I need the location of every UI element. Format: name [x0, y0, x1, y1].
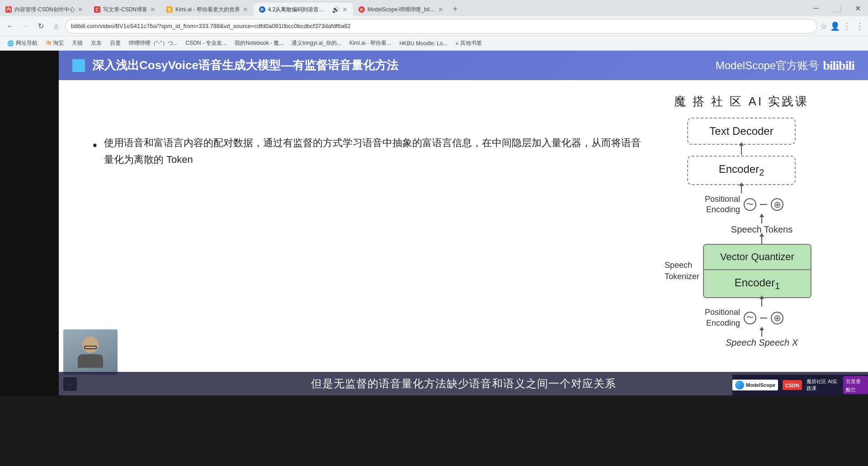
bookmark-网址导航-label: 网址导航 [16, 39, 38, 47]
nav-bar: ← → ↻ ⌂ bilibili.com/video/BV1oS411c76o/… [0, 16, 868, 36]
bookmark-网址导航-icon: 🌐 [7, 40, 14, 47]
glasses-icon [84, 346, 97, 349]
home-button[interactable]: ⌂ [50, 20, 62, 33]
bookmark-jd[interactable]: 京东 [87, 38, 105, 48]
tab-5-label: ModelScope-哔哩哔哩_bilibili [368, 6, 435, 14]
community-label: 魔搭社区 AI实践课 [807, 379, 837, 391]
extensions-icon[interactable]: ⋮ [843, 21, 851, 31]
bookmark-taobao-label: 淘宝 [53, 39, 64, 47]
video-container: 深入浅出CosyVoice语音生成大模型—有监督语音量化方法 ModelScop… [0, 51, 868, 395]
bookmark-baidu[interactable]: 百度 [106, 38, 124, 48]
bookmark-kimi[interactable]: Kimi.ai - 帮你看... [346, 38, 395, 48]
header-title: 深入浅出CosyVoice语音生成大模型—有监督语音量化方法 [92, 57, 708, 73]
tab-1-close[interactable]: ✕ [78, 6, 83, 13]
avatar-head [82, 337, 99, 353]
tab-1[interactable]: 内 内容管理-CSDN创作中心 ✕ [0, 3, 89, 16]
plus-circle-icon: ⊕ [771, 198, 783, 211]
modelscope-logo-text: ModelScope [746, 382, 775, 388]
menu-icon[interactable]: ⋮ [855, 21, 864, 32]
tab-4[interactable]: B 4.2从离散编码到语音生成: 🔊 ✕ [254, 3, 353, 16]
bookmark-baidu-label: 百度 [110, 39, 121, 47]
back-button[interactable]: ← [4, 20, 16, 33]
tab-4-favicon: B [259, 6, 265, 13]
close-button[interactable]: ✕ [847, 0, 868, 16]
bookmark-notebook[interactable]: 我的Notebook - 魔... [231, 38, 287, 48]
bookmark-bilibili[interactable]: 哔哩哔哩（°-°）つ... [125, 38, 181, 48]
bookmark-star-icon[interactable]: ☆ [820, 21, 827, 31]
speech-tokenizer-label: SpeechTokenizer [662, 244, 703, 299]
reload-button[interactable]: ↻ [34, 20, 47, 33]
arrow-pe-up [761, 217, 762, 223]
subtitle-text: 但是无监督的语音量化方法缺少语音和语义之间一个对应关系 [311, 377, 616, 390]
new-tab-button[interactable]: + [449, 3, 462, 15]
bookmark-网址导航[interactable]: 🌐 网址导航 [4, 38, 41, 48]
video-header: 深入浅出CosyVoice语音生成大模型—有监督语音量化方法 ModelScop… [59, 51, 868, 80]
tab-3-close[interactable]: ✕ [243, 6, 248, 13]
tab-bar: 内 内容管理-CSDN创作中心 ✕ C 写文章-CSDN博客 ✕ K Kimi.… [0, 0, 868, 16]
modelscope-logo-icon [735, 380, 744, 390]
encoder1-label: Encoder1 [735, 276, 780, 289]
bookmark-taobao[interactable]: 淘 淘宝 [42, 38, 67, 48]
connector-line-bottom [760, 318, 767, 319]
bookmark-hkbu[interactable]: HKBU Moodle: Lo... [396, 39, 451, 48]
positional-encoding-bottom-label: PositionalEncoding [699, 307, 740, 328]
vq-encoder-group: SpeechTokenizer Vector Quantizer Encoder… [662, 244, 821, 299]
tab-4-close[interactable]: ✕ [342, 6, 348, 13]
circle-wave-bottom-icon: 〜 [744, 312, 756, 324]
header-square-icon [72, 59, 85, 72]
csdn-logo-text: CSDN [785, 383, 799, 388]
forward-button[interactable]: → [19, 20, 32, 33]
bookmark-more-label: 其他书签 [460, 39, 482, 47]
window-controls: ─ ⬜ ✕ [806, 0, 868, 16]
community-text: 魔搭社区 AI实践课 [807, 378, 839, 392]
bottom-logos: ModelScope CSDN 魔搭社区 AI实践课 百里香酚兰 [732, 375, 868, 395]
address-bar[interactable]: bilibili.com/video/BV1oS411c76o/?spm_id_… [65, 19, 817, 33]
arrow-st-vq [761, 237, 762, 244]
slide-right: 魔 搭 社 区 AI 实践课 Text Decoder Encoder2 [642, 94, 841, 386]
bookmark-csdn-label: CSDN - 专业发... [186, 39, 227, 47]
tab-2-close[interactable]: ✕ [150, 6, 156, 13]
speech-x-value: Speech X [759, 338, 798, 347]
bookmark-hkbu-label: HKBU Moodle: Lo... [399, 40, 447, 47]
minimize-button[interactable]: ─ [806, 0, 826, 16]
vector-quantizer-label: Vector Quantizer [720, 251, 794, 262]
tab-2[interactable]: C 写文章-CSDN博客 ✕ [89, 3, 161, 16]
tab-5[interactable]: B ModelScope-哔哩哔哩_bilibili ✕ [353, 3, 449, 16]
text-decoder-box: Text Decoder [687, 118, 796, 145]
bookmark-jd-label: 京东 [91, 39, 102, 47]
arrow-encoder2-up [741, 186, 742, 193]
avatar-figure [78, 337, 103, 368]
slide-area: 使用语音和富语言内容的配对数据，通过有监督的方式学习语音中抽象的富语言信息，在中… [59, 80, 868, 395]
tab-3[interactable]: K Kimi.ai - 帮你看更大的世界 ✕ [161, 3, 254, 16]
encoder2-label: Encoder2 [719, 163, 764, 175]
avatar-body [78, 354, 103, 368]
header-brand: ModelScope官方账号 bilibili [716, 58, 854, 73]
extra-logo: 百里香酚兰 [843, 376, 868, 394]
csdn-logo: CSDN [783, 380, 802, 390]
vector-quantizer-box: Vector Quantizer [704, 245, 811, 270]
tab-1-favicon: 内 [5, 6, 12, 13]
bookmarks-bar: 🌐 网址导航 淘 淘宝 天猫 京东 百度 哔哩哔哩（°-°）つ... CSDN … [0, 36, 868, 51]
bilibili-logo: bilibili [823, 58, 854, 73]
arrow-speech-x-up [761, 330, 762, 337]
tab-3-favicon: K [166, 6, 173, 13]
bookmark-csdn[interactable]: CSDN - 专业发... [182, 38, 231, 48]
tab-5-close[interactable]: ✕ [438, 6, 443, 13]
profile-icon[interactable]: 👤 [830, 21, 840, 31]
tab-1-label: 内容管理-CSDN创作中心 [14, 6, 75, 14]
tab-2-label: 写文章-CSDN博客 [103, 6, 147, 14]
chevron-right-icon: » [455, 40, 458, 47]
bookmark-tianmao[interactable]: 天猫 [68, 38, 86, 48]
plus-circle-bottom-icon: ⊕ [771, 312, 783, 324]
maximize-button[interactable]: ⬜ [826, 0, 847, 16]
slide-content: 使用语音和富语言内容的配对数据，通过有监督的方式学习语音中抽象的富语言信息，在中… [59, 80, 868, 395]
slide-left: 使用语音和富语言内容的配对数据，通过有监督的方式学习语音中抽象的富语言信息，在中… [86, 94, 642, 386]
vq-block: Vector Quantizer Encoder1 [703, 244, 811, 299]
bookmark-kimi-label: Kimi.ai - 帮你看... [349, 39, 392, 47]
tab-2-favicon: C [94, 6, 100, 13]
bookmark-more[interactable]: » 其他书签 [452, 38, 486, 48]
avatar-background [63, 329, 118, 375]
bookmark-tongyi[interactable]: 通义tongyi.ai_你的... [288, 38, 344, 48]
left-sidebar [0, 51, 59, 395]
mute-icon[interactable]: 🔊 [332, 6, 340, 13]
